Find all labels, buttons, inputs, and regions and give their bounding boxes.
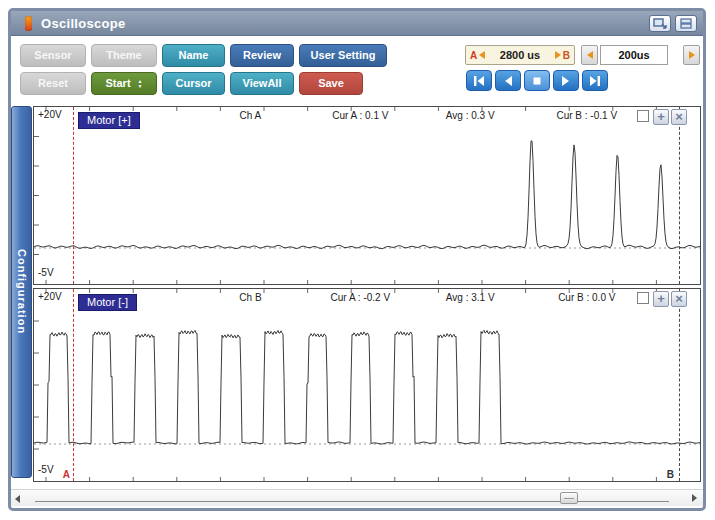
channel-badge: Motor [-] <box>78 294 137 311</box>
cursor-a-readout: Cur A : -0.2 V <box>331 292 390 303</box>
channel-label: Ch B <box>239 292 261 303</box>
step-back-icon <box>503 76 513 86</box>
cursor-a-marker: A <box>63 469 70 480</box>
save-button[interactable]: Save <box>299 72 363 95</box>
titlebar: Oscilloscope <box>11 11 703 36</box>
scrollbar-thumb[interactable] <box>560 492 578 504</box>
horizontal-scrollbar[interactable] <box>11 489 703 506</box>
cursor-b-label: B <box>563 50 570 61</box>
cursor-b-line[interactable] <box>679 107 680 284</box>
cursor-a-line[interactable] <box>73 289 74 481</box>
close-button[interactable]: × <box>671 109 687 125</box>
play-button[interactable] <box>553 70 579 91</box>
sensor-button[interactable]: Sensor <box>20 44 86 67</box>
waveform-channel-a <box>34 107 700 284</box>
scrollbar-left-arrow-icon[interactable] <box>15 495 20 503</box>
stacked-panels-icon <box>680 18 692 29</box>
scope-panel-motor-minus: +20V Motor [-] Ch B Cur A : -0.2 V Avg :… <box>33 288 701 482</box>
channel-checkbox[interactable] <box>637 110 649 122</box>
scale-bottom-label: -5V <box>38 464 54 475</box>
export-view-button[interactable] <box>649 15 671 32</box>
scrollbar-right-arrow-icon[interactable] <box>692 494 697 502</box>
cursor-b-line[interactable] <box>679 289 680 481</box>
scale-top-label: +20V <box>38 291 62 302</box>
viewall-button[interactable]: ViewAll <box>230 72 294 95</box>
add-button[interactable]: + <box>653 291 669 307</box>
skip-start-icon <box>473 76 485 86</box>
theme-button[interactable]: Theme <box>91 44 157 67</box>
cursor-b-marker: B <box>667 469 674 480</box>
right-triangle-icon <box>689 51 695 59</box>
skip-start-button[interactable] <box>466 70 492 91</box>
skip-end-icon <box>589 76 601 86</box>
b-right-triangle-icon <box>555 51 561 59</box>
channel-checkbox[interactable] <box>637 292 649 304</box>
scope-panel-motor-plus: +20V Motor [+] Ch A Cur A : 0.1 V Avg : … <box>33 106 701 285</box>
add-button[interactable]: + <box>653 109 669 125</box>
review-button[interactable]: Review <box>230 44 294 67</box>
avg-readout: Avg : 3.1 V <box>446 292 495 303</box>
play-icon <box>561 76 571 86</box>
window-title: Oscilloscope <box>41 16 126 31</box>
plus-icon: + <box>657 109 665 124</box>
cursor-a-readout: Cur A : 0.1 V <box>332 110 388 121</box>
layout-button[interactable] <box>675 15 697 32</box>
close-icon: × <box>675 291 683 306</box>
screen-export-icon <box>653 18 667 29</box>
app-icon <box>25 16 32 31</box>
cursor-a-label: A <box>470 50 477 61</box>
scale-bottom-label: -5V <box>38 267 54 278</box>
cursor-button[interactable]: Cursor <box>162 72 225 95</box>
scale-top-label: +20V <box>38 109 62 120</box>
timebase-value[interactable]: 200us <box>600 45 668 65</box>
ab-range-control[interactable]: A 2800 us B <box>465 45 575 65</box>
oscilloscope-window: Oscilloscope Sensor Theme Name Review Us… <box>8 8 706 511</box>
start-button[interactable]: Start▲▼ <box>91 72 157 95</box>
ab-range-value: 2800 us <box>487 49 553 61</box>
sidebar-tab-configuration[interactable]: Configuration <box>11 106 32 478</box>
avg-readout: Avg : 0.3 V <box>446 110 495 121</box>
spinner-updown-icon: ▲▼ <box>138 79 143 89</box>
cursor-a-line[interactable] <box>73 107 74 284</box>
cursor-b-readout: Cur B : -0.1 V <box>556 110 617 121</box>
skip-end-button[interactable] <box>582 70 608 91</box>
waveform-channel-b <box>34 289 700 481</box>
reset-button[interactable]: Reset <box>20 72 86 95</box>
timebase-decrease-button[interactable] <box>581 45 598 65</box>
sidebar-tab-label: Configuration <box>16 249 28 334</box>
close-button[interactable]: × <box>671 291 687 307</box>
channel-badge: Motor [+] <box>78 112 140 129</box>
user-setting-button[interactable]: User Setting <box>299 44 387 67</box>
start-button-label: Start <box>105 77 130 89</box>
stop-button[interactable] <box>524 70 550 91</box>
cursor-b-readout: Cur B : 0.0 V <box>558 292 615 303</box>
stop-icon <box>533 77 541 85</box>
a-left-triangle-icon <box>479 51 485 59</box>
name-button[interactable]: Name <box>162 44 225 67</box>
step-back-button[interactable] <box>495 70 521 91</box>
channel-label: Ch A <box>240 110 262 121</box>
timebase-increase-button[interactable] <box>683 45 700 65</box>
left-triangle-icon <box>587 51 593 59</box>
close-icon: × <box>675 109 683 124</box>
plus-icon: + <box>657 291 665 306</box>
